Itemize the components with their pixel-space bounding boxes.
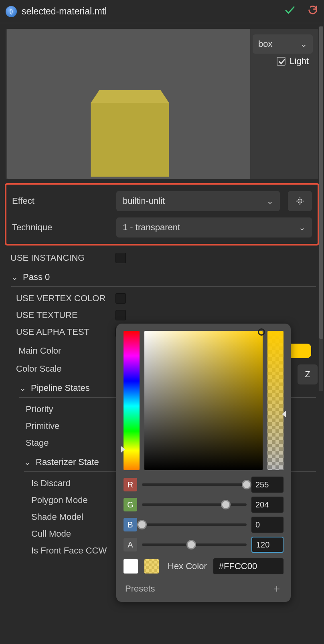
technique-select[interactable]: 1 - transparent ⌄ xyxy=(116,217,312,237)
b-value-input[interactable]: 0 xyxy=(251,517,284,533)
effect-value: builtin-unlit xyxy=(123,196,165,206)
b-slider-row: B 0 xyxy=(124,517,284,533)
panel-header: selected-material.mtl xyxy=(0,0,324,23)
g-slider[interactable] xyxy=(142,503,247,506)
material-preview: box ⌄ Light xyxy=(6,29,318,179)
preview-shape-value: box xyxy=(258,39,272,49)
color-picker-popup: R 255 G 204 B 0 A 120 Hex Color #FFCC00 … xyxy=(116,324,291,602)
r-slider[interactable] xyxy=(142,483,247,486)
locate-effect-button[interactable] xyxy=(288,191,312,211)
a-slider[interactable] xyxy=(142,543,247,546)
g-value-input[interactable]: 204 xyxy=(251,497,284,513)
g-slider-row: G 204 xyxy=(124,497,284,513)
current-color-swatch[interactable] xyxy=(144,559,159,574)
r-label: R xyxy=(124,478,137,491)
is-front-face-ccw-label: Is Front Face CCW xyxy=(10,545,111,556)
a-slider-row: A 120 xyxy=(124,537,284,553)
b-slider[interactable] xyxy=(142,523,247,526)
chevron-down-icon: ⌄ xyxy=(24,457,31,467)
presets-label: Presets xyxy=(125,584,155,594)
use-instancing-label: USE INSTANCING xyxy=(10,253,111,263)
hex-row: Hex Color #FFCC00 xyxy=(124,558,284,574)
file-title: selected-material.mtl xyxy=(22,6,284,17)
alpha-slider[interactable] xyxy=(267,331,284,470)
original-color-swatch[interactable] xyxy=(124,559,138,574)
cull-mode-label: Cull Mode xyxy=(10,529,111,539)
stage-label: Stage xyxy=(10,438,111,448)
effect-select[interactable]: builtin-unlit ⌄ xyxy=(116,191,280,211)
color-scale-z-button[interactable]: Z xyxy=(298,364,318,384)
effect-label: Effect xyxy=(12,196,112,206)
a-label: A xyxy=(124,538,137,551)
svg-point-3 xyxy=(300,201,301,202)
technique-value: 1 - transparent xyxy=(123,222,180,233)
pass0-label: Pass 0 xyxy=(23,272,50,282)
sv-cursor[interactable] xyxy=(258,328,265,336)
alpha-cursor[interactable] xyxy=(282,411,286,417)
b-label: B xyxy=(124,518,137,531)
chevron-down-icon: ⌄ xyxy=(299,223,306,232)
priority-label: Priority xyxy=(10,404,111,415)
use-texture-checkbox[interactable] xyxy=(115,310,126,320)
hex-label: Hex Color xyxy=(168,561,207,572)
highlighted-region: Effect builtin-unlit ⌄ Technique 1 - tra… xyxy=(5,183,319,246)
app-logo-icon xyxy=(6,6,17,17)
use-vertex-color-checkbox[interactable] xyxy=(115,293,126,304)
primitive-label: Primitive xyxy=(10,421,111,431)
light-label: Light xyxy=(290,56,309,66)
hex-value-input[interactable]: #FFCC00 xyxy=(213,558,284,574)
apply-icon[interactable] xyxy=(284,4,296,19)
chevron-down-icon: ⌄ xyxy=(19,383,26,393)
polygon-mode-label: Polygon Mode xyxy=(10,495,111,505)
shade-model-label: Shade Model xyxy=(10,512,111,522)
chevron-down-icon: ⌄ xyxy=(267,196,273,206)
r-slider-row: R 255 xyxy=(124,477,284,493)
svg-marker-1 xyxy=(91,90,169,103)
presets-row: Presets ＋ xyxy=(124,574,284,597)
a-value-input[interactable]: 120 xyxy=(251,537,284,553)
use-instancing-checkbox[interactable] xyxy=(115,253,126,263)
color-scale-label: Color Scale xyxy=(10,364,111,374)
preview-mesh[interactable] xyxy=(86,77,174,179)
light-toggle-row: Light xyxy=(277,56,309,66)
pass0-header[interactable]: ⌄ Pass 0 xyxy=(11,266,316,287)
add-preset-icon[interactable]: ＋ xyxy=(271,582,282,596)
pipeline-states-label: Pipeline States xyxy=(31,383,90,393)
r-value-input[interactable]: 255 xyxy=(251,477,284,493)
hue-slider[interactable] xyxy=(124,331,140,470)
g-label: G xyxy=(124,498,137,511)
technique-label: Technique xyxy=(12,222,112,233)
preview-shape-select[interactable]: box ⌄ xyxy=(253,34,313,54)
use-vertex-color-label: USE VERTEX COLOR xyxy=(10,293,111,304)
scrollbar[interactable] xyxy=(319,26,323,391)
chevron-down-icon: ⌄ xyxy=(300,39,307,49)
chevron-down-icon: ⌄ xyxy=(11,272,18,282)
light-checkbox[interactable] xyxy=(277,57,286,66)
main-color-label: Main Color xyxy=(18,346,119,356)
use-alpha-test-label: USE ALPHA TEST xyxy=(10,327,111,337)
rasterizer-state-label: Rasterizer State xyxy=(36,457,99,467)
saturation-value-field[interactable] xyxy=(144,331,263,470)
scrollbar-thumb[interactable] xyxy=(319,26,323,339)
use-texture-label: USE TEXTURE xyxy=(10,310,111,320)
is-discard-label: Is Discard xyxy=(10,478,111,489)
hue-cursor[interactable] xyxy=(121,446,125,453)
reload-icon[interactable] xyxy=(307,4,318,18)
